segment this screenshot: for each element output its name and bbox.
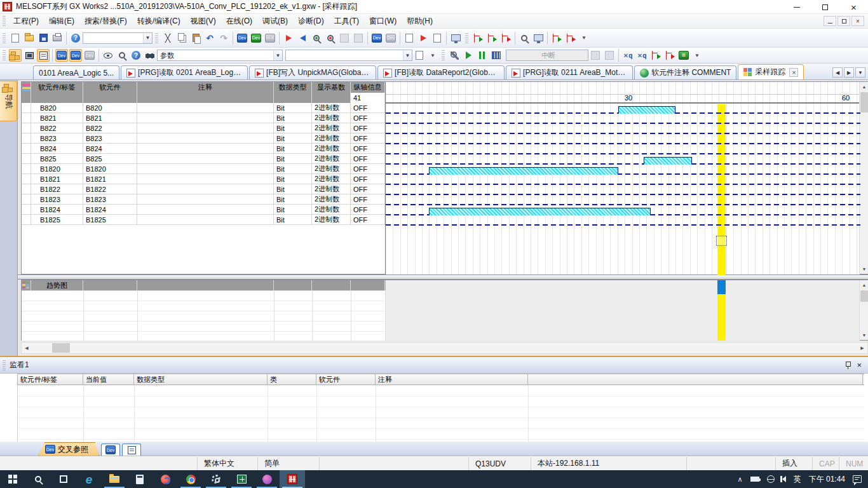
network-icon[interactable] — [767, 475, 775, 483]
print-button[interactable] — [51, 32, 64, 44]
open-project-button[interactable] — [23, 32, 36, 44]
menu-item-2[interactable]: 搜索/替换(F) — [79, 14, 132, 29]
tab-close-button[interactable]: × — [789, 68, 798, 77]
tab-cross-reference[interactable]: 交叉参照 — [38, 442, 99, 456]
column-display-button[interactable] — [490, 49, 503, 62]
zoom-button[interactable] — [116, 49, 128, 62]
taskbar-chrome-button[interactable] — [178, 470, 203, 488]
document-tab-3[interactable]: [FB]写入 UnpickMAG(Global_V... — [249, 65, 376, 79]
device-display-button[interactable] — [370, 32, 383, 44]
speaker-icon[interactable] — [782, 476, 786, 482]
wave-row-B1822[interactable] — [386, 186, 860, 196]
trace-start-button[interactable] — [499, 32, 512, 44]
wave-row-B824[interactable] — [386, 145, 860, 155]
trace-column-header-5[interactable]: 纵轴信息 — [351, 82, 385, 93]
watch-column-header-0[interactable]: 软元件/标签 — [18, 374, 83, 384]
watch-column-header-1[interactable]: 当前值 — [83, 374, 134, 384]
tab-device-use-list[interactable] — [101, 444, 120, 456]
watch-column-header-4[interactable]: 软元件 — [316, 374, 376, 384]
device-monitor-button[interactable] — [250, 32, 262, 44]
watch-delete-button[interactable]: ✕q — [621, 49, 634, 62]
watch-stop-button[interactable] — [663, 49, 676, 62]
wave-row-B820[interactable] — [386, 104, 860, 114]
new-project-button[interactable] — [9, 32, 22, 44]
watch-column-header-5[interactable]: 注释 — [376, 374, 528, 384]
start-button[interactable] — [0, 470, 25, 488]
trend-vscrollbar[interactable]: ▲ ▼ — [859, 280, 868, 340]
comment-display-button[interactable] — [403, 32, 416, 44]
statement-display-button[interactable] — [417, 32, 430, 44]
read-from-plc-button[interactable] — [296, 32, 309, 44]
watch-delete-all-button[interactable]: ✕q — [635, 49, 648, 62]
wave-row-B822[interactable] — [386, 125, 860, 135]
menu-item-3[interactable]: 转换/编译(C) — [132, 14, 186, 29]
trace-table-row[interactable]: B820B820Bit2进制数OFF — [22, 103, 385, 113]
scroll-up-button[interactable]: ▲ — [860, 280, 868, 290]
trace-table-row[interactable]: B823B823Bit2进制数OFF — [22, 133, 385, 144]
tab-list-button[interactable]: ▼ — [855, 67, 865, 78]
wave-row-B1823[interactable] — [386, 196, 860, 206]
trace-table-row[interactable]: B1824B1824Bit2进制数OFF — [22, 205, 385, 215]
watch-grip[interactable] — [3, 360, 6, 370]
device-display-off-button[interactable] — [384, 32, 397, 44]
write-to-plc-button[interactable] — [282, 32, 295, 44]
scroll-thumb[interactable] — [860, 290, 868, 302]
trend-chart-area[interactable] — [385, 280, 860, 341]
toolbar-overflow-button[interactable]: ▼ — [427, 50, 438, 61]
device-find-button[interactable] — [236, 32, 248, 44]
watch-register-button[interactable] — [677, 49, 690, 62]
tab-scroll-left-button[interactable]: ◀ — [832, 67, 843, 78]
module-config-button[interactable] — [23, 49, 36, 62]
menu-item-4[interactable]: 视图(V) — [186, 14, 221, 29]
trace-column-header-1[interactable]: 软元件 — [83, 82, 137, 93]
taskbar-explorer-button[interactable] — [102, 470, 127, 488]
scroll-thumb[interactable] — [860, 92, 868, 112]
battery-icon[interactable] — [750, 477, 759, 482]
toolbar-grip[interactable] — [3, 33, 6, 43]
menu-item-9[interactable]: 窗口(W) — [364, 14, 402, 29]
chevron-down-icon[interactable]: ▼ — [273, 50, 282, 60]
trace-table-row[interactable]: B1822B1822Bit2进制数OFF — [22, 184, 385, 194]
help2-button[interactable]: ? — [130, 49, 142, 62]
toolbar-grip[interactable] — [3, 50, 6, 60]
trace-column-header-4[interactable]: 显示基数 — [312, 82, 351, 93]
trend-scale2-button[interactable] — [564, 32, 577, 44]
trace-register-button[interactable] — [485, 32, 498, 44]
watch-column-header-6[interactable] — [528, 374, 863, 384]
tab-scroll-right-button[interactable]: ▶ — [844, 67, 854, 78]
watch-column-header-2[interactable]: 数据类型 — [134, 374, 268, 384]
pane-splitter[interactable] — [18, 274, 868, 280]
device-comment-button[interactable] — [55, 49, 68, 62]
monitor-mode-button[interactable] — [449, 32, 462, 44]
task-view-button[interactable] — [51, 470, 76, 488]
toolbar-grip[interactable] — [155, 33, 158, 43]
horizontal-scrollbar[interactable]: ◀ ▶ — [21, 342, 868, 354]
wave-row-B1821[interactable] — [386, 175, 860, 186]
scroll-right-button[interactable]: ▶ — [857, 342, 867, 353]
watch-start-button[interactable] — [649, 49, 662, 62]
clock[interactable]: 下午 01:44 — [809, 474, 845, 485]
taskbar-settings-button[interactable] — [203, 470, 229, 488]
parameter-combobox[interactable]: 参数▼ — [157, 50, 283, 61]
device-batch-monitor-button[interactable] — [264, 32, 276, 44]
trace-table-row[interactable]: B1825B1825Bit2进制数OFF — [22, 215, 385, 225]
pin-button[interactable] — [844, 361, 851, 369]
action-center-icon[interactable] — [853, 475, 862, 483]
paste-button[interactable] — [189, 32, 202, 44]
menu-item-1[interactable]: 编辑(E) — [44, 14, 79, 29]
wave-row-B1825[interactable] — [386, 216, 860, 226]
wave-row-B821[interactable] — [386, 114, 860, 125]
taskbar-melsoft-button[interactable] — [280, 470, 305, 488]
chevron-down-icon[interactable]: ▼ — [403, 50, 412, 60]
toolbar-overflow-button[interactable]: ▼ — [578, 32, 590, 44]
trace-table-row[interactable]: B1821B1821Bit2进制数OFF — [22, 174, 385, 184]
taskbar-green-app-button[interactable] — [229, 470, 254, 488]
remote-operation-button[interactable] — [324, 32, 337, 44]
note-display-button[interactable] — [431, 32, 444, 44]
trace-table-row[interactable]: B821B821Bit2进制数OFF — [22, 113, 385, 123]
scroll-up-button[interactable]: ▲ — [860, 82, 868, 92]
top-pane-vscrollbar[interactable]: ▲ ▼ — [859, 82, 868, 274]
taskbar-remote-app-button[interactable] — [153, 470, 178, 488]
taskbar-search-button[interactable] — [25, 470, 51, 488]
scroll-thumb[interactable] — [52, 343, 70, 353]
